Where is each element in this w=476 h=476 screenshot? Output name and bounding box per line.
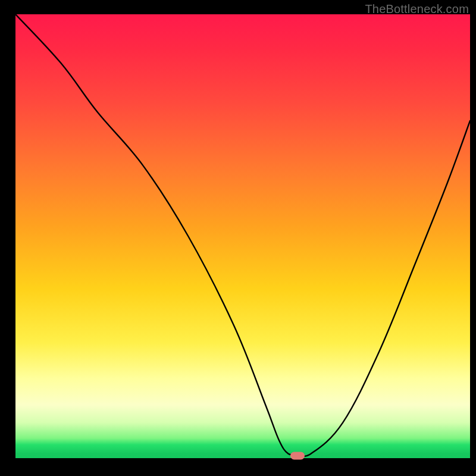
chart-frame: TheBottleneck.com [0,0,476,476]
optimal-marker [290,452,305,459]
background-gradient [15,14,470,458]
plot-area [15,14,470,458]
